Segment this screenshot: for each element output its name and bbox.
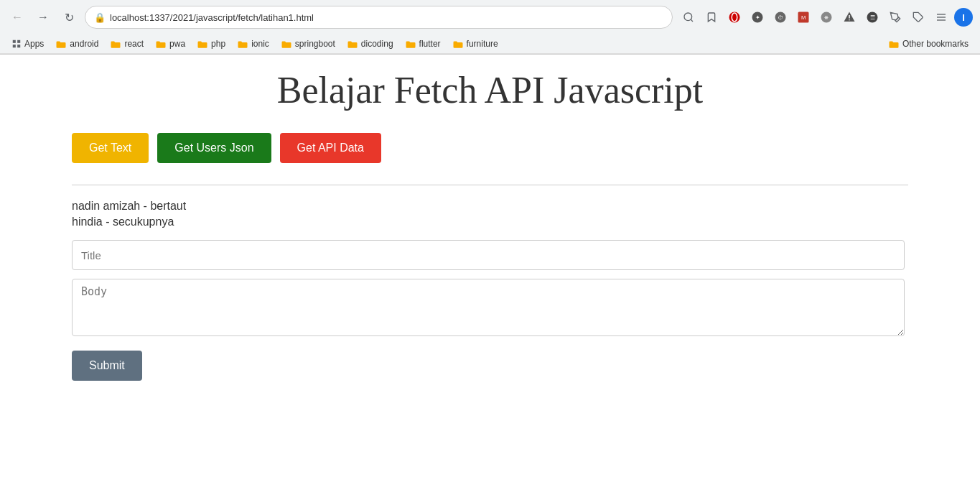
ext4-icon-btn[interactable]: ❋ [816,7,836,27]
bookmark-ionic-label: ionic [251,39,269,49]
address-bar[interactable]: 🔒 localhost:1337/2021/javascript/fetch/l… [85,6,673,29]
bookmark-dicoding[interactable]: dicoding [342,37,398,50]
svg-text:✦: ✦ [755,14,760,21]
bookmark-ionic[interactable]: ionic [233,37,274,50]
folder-icon-furniture [452,40,464,49]
bookmark-apps-label: Apps [24,39,44,49]
output-section: nadin amizah - bertaut hindia - secukupn… [72,200,908,228]
divider [72,185,908,185]
ext6-icon: ☰ [866,11,879,24]
ext3-icon: M [797,11,810,24]
bookmark-furniture[interactable]: furniture [448,37,503,50]
pen-icon [890,11,901,23]
get-users-button[interactable]: Get Users Json [157,133,271,163]
extensions-icon-btn[interactable] [908,7,928,27]
folder-icon-ionic [237,40,248,49]
bookmark-springboot-label: springboot [295,39,335,49]
browser-toolbar: ← → ↻ 🔒 localhost:1337/2021/javascript/f… [0,0,980,34]
back-button[interactable]: ← [7,7,27,27]
ext2-icon-btn[interactable]: ⏱ [770,7,790,27]
menu-icon-btn[interactable] [931,7,951,27]
pen-icon-btn[interactable] [885,7,905,27]
output-line-2: hindia - secukupnya [72,216,908,228]
page-title: Belajar Fetch API Javascript [72,69,908,111]
svg-rect-21 [13,40,16,43]
bookmark-springboot[interactable]: springboot [276,37,340,50]
bookmark-flutter[interactable]: flutter [401,37,445,50]
bookmark-php-label: php [211,39,225,49]
folder-icon-pwa [155,40,167,49]
folder-icon-react [110,40,121,49]
bookmark-other[interactable]: Other bookmarks [884,37,973,50]
ext5-icon-btn[interactable] [839,7,859,27]
search-icon [683,11,694,23]
svg-text:M: M [801,14,806,21]
bookmarks-bar: Apps android react pwa [0,34,980,54]
bookmark-other-label: Other bookmarks [902,39,969,49]
bookmark-php[interactable]: php [192,37,230,50]
bookmark-furniture-label: furniture [467,39,498,49]
svg-rect-22 [17,40,20,43]
lock-icon: 🔒 [94,12,106,23]
bookmark-android[interactable]: android [51,37,103,50]
output-line-1: nadin amizah - bertaut [72,200,908,213]
folder-icon-dicoding [347,40,358,49]
profile-initial: I [962,12,965,23]
svg-line-1 [691,19,693,22]
ext1-icon: ✦ [751,11,764,24]
ext2-icon: ⏱ [774,11,787,24]
opera-icon [728,11,741,24]
ext1-icon-btn[interactable]: ✦ [747,7,767,27]
bookmark-icon-btn[interactable] [701,7,722,27]
bookmark-android-label: android [70,39,98,49]
url-text: localhost:1337/2021/javascript/fetch/lat… [110,12,314,23]
folder-icon-other [888,40,900,49]
profile-avatar[interactable]: I [954,8,973,27]
svg-point-14 [849,19,850,21]
bookmark-react-label: react [124,39,144,49]
puzzle-icon [913,11,924,23]
svg-rect-24 [17,45,20,47]
bookmark-dicoding-label: dicoding [361,39,393,49]
get-api-button[interactable]: Get API Data [280,133,381,163]
bookmark-flutter-label: flutter [419,39,441,49]
page-content: Belajar Fetch API Javascript Get Text Ge… [0,55,980,500]
get-text-button[interactable]: Get Text [72,133,149,163]
forward-button[interactable]: → [33,7,53,27]
body-textarea[interactable] [72,279,905,336]
svg-text:☰: ☰ [870,14,875,21]
ext5-icon [843,11,856,24]
folder-icon-flutter [405,40,416,49]
svg-rect-23 [13,45,16,47]
ext3-icon-btn[interactable]: M [793,7,813,27]
folder-icon-php [197,40,208,49]
toolbar-icons: ✦ ⏱ M ❋ [678,7,973,27]
apps-grid-icon [11,39,22,49]
opera-icon-btn[interactable] [724,7,745,27]
svg-text:⏱: ⏱ [778,14,783,21]
bookmark-icon [706,11,717,23]
bookmark-react[interactable]: react [106,37,148,50]
buttons-row: Get Text Get Users Json Get API Data [72,133,908,163]
folder-icon-android [55,40,67,49]
title-input[interactable] [72,240,905,270]
bookmark-pwa-label: pwa [169,39,185,49]
form-section: Submit [72,240,908,381]
svg-text:❋: ❋ [824,15,829,20]
svg-point-0 [684,13,692,21]
bookmark-pwa[interactable]: pwa [151,37,190,50]
ext6-icon-btn[interactable]: ☰ [862,7,882,27]
browser-chrome: ← → ↻ 🔒 localhost:1337/2021/javascript/f… [0,0,980,55]
ext4-icon: ❋ [820,11,833,24]
submit-button[interactable]: Submit [72,351,142,381]
bookmark-apps[interactable]: Apps [7,37,48,50]
search-icon-btn[interactable] [678,7,699,27]
reload-button[interactable]: ↻ [59,7,79,27]
menu-icon [935,11,947,23]
folder-icon-springboot [281,40,292,49]
